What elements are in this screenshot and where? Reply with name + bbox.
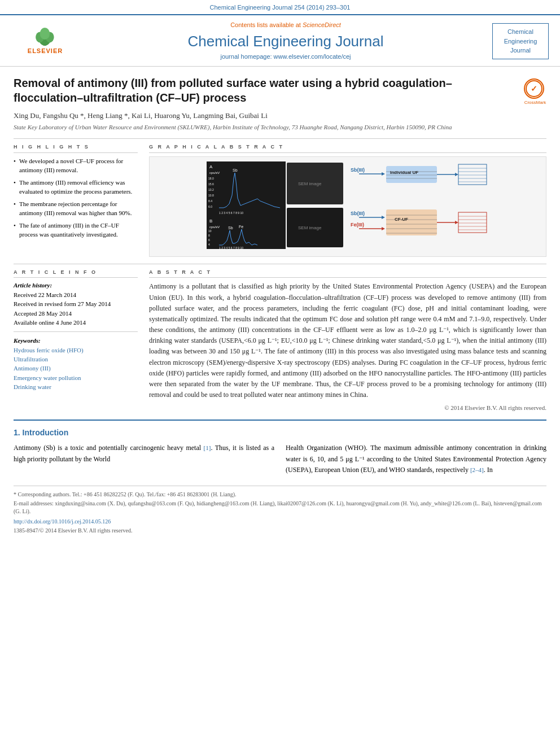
svg-text:cps/eV: cps/eV xyxy=(209,225,220,229)
highlights-list: We developed a novel CF–UF process for a… xyxy=(14,156,138,239)
svg-text:cps/eV: cps/eV xyxy=(209,171,220,174)
intro-two-col: Antimony (Sb) is a toxic and potentially… xyxy=(14,443,546,479)
footer-copyright: 1385-8947/© 2014 Elsevier B.V. All right… xyxy=(14,527,546,535)
intro-left-col: Antimony (Sb) is a toxic and potentially… xyxy=(14,443,274,479)
journal-center: Contents lists available at ScienceDirec… xyxy=(85,21,487,61)
highlights-header: H I G H L I G H T S xyxy=(14,143,138,153)
article-title: Removal of antimony (III) from polluted … xyxy=(14,76,476,105)
received-date: Received 22 March 2014 xyxy=(14,291,138,299)
divider-2 xyxy=(14,264,546,264)
svg-text:Sb(III): Sb(III) xyxy=(351,211,365,216)
svg-text:4: 4 xyxy=(208,243,210,246)
journal-logo-area: ELSEVIER xyxy=(11,27,79,55)
abstract-header: A B S T R A C T xyxy=(149,269,546,278)
svg-text:Individual UF: Individual UF xyxy=(390,170,418,175)
svg-rect-7 xyxy=(207,161,286,249)
introduction-section: 1. Introduction Antimony (Sb) is a toxic… xyxy=(14,420,546,479)
svg-text:Sb: Sb xyxy=(233,168,238,172)
ref-2-4: [2–4] xyxy=(470,466,484,473)
abstract-text: Antimony is a pollutant that is classifi… xyxy=(149,281,546,400)
keywords-label: Keywords: xyxy=(14,337,138,345)
svg-text:15.6: 15.6 xyxy=(208,182,214,186)
svg-text:Sb: Sb xyxy=(228,226,233,230)
journal-logo-right: ChemicalEngineeringJournal xyxy=(492,23,549,59)
crossmark-label: CrossMark xyxy=(524,99,546,106)
svg-rect-45 xyxy=(386,209,437,235)
svg-rect-62 xyxy=(458,212,487,233)
main-content: ✓ CrossMark Removal of antimony (III) fr… xyxy=(0,67,560,543)
svg-marker-44 xyxy=(382,227,385,230)
svg-text:A: A xyxy=(209,164,213,169)
svg-text:SEM image: SEM image xyxy=(298,181,322,186)
history-label: Article history: xyxy=(14,281,138,290)
graphical-abstract-column: G R A P H I C A L A B S T R A C T A cps/… xyxy=(149,143,546,257)
svg-text:8.4: 8.4 xyxy=(208,199,212,203)
divider-3 xyxy=(14,331,138,332)
highlights-graphical-row: H I G H L I G H T S We developed a novel… xyxy=(14,143,546,257)
sciencedirect-line: Contents lists available at ScienceDirec… xyxy=(85,21,487,29)
available-date: Available online 4 June 2014 xyxy=(14,318,138,327)
journal-citation-text: Chemical Engineering Journal 254 (2014) … xyxy=(210,4,351,11)
keywords-section: Keywords: Hydrous ferric oxide (HFO) Ult… xyxy=(14,337,138,391)
svg-text:10: 10 xyxy=(208,229,212,233)
graphical-abstract-svg: A cps/eV 18.0 15.6 13.2 10.8 8.4 6.0 Sb … xyxy=(154,161,541,252)
svg-text:10.8: 10.8 xyxy=(208,194,214,197)
authors-line: Xing Du, Fangshu Qu *, Heng Liang *, Kai… xyxy=(14,111,546,121)
keyword-1: Hydrous ferric oxide (HFO) xyxy=(14,346,138,355)
graphical-abstract-header: G R A P H I C A L A B S T R A C T xyxy=(149,143,546,153)
svg-point-4 xyxy=(40,28,50,40)
email-addresses: E-mail addresses: xingduxing@sina.com (X… xyxy=(14,500,546,516)
divider xyxy=(14,138,546,139)
elsevier-tree-icon xyxy=(31,27,59,47)
keyword-4: Emergency water pollution xyxy=(14,374,138,382)
affiliation: State Key Laboratory of Urban Water Reso… xyxy=(14,123,546,132)
doi-link: http://dx.doi.org/10.1016/j.cej.2014.05.… xyxy=(14,518,546,526)
journal-homepage: journal homepage: www.elsevier.com/locat… xyxy=(85,53,487,61)
elsevier-text: ELSEVIER xyxy=(28,47,63,55)
highlight-item-3: The membrane rejection percentage for an… xyxy=(14,199,138,218)
highlights-column: H I G H L I G H T S We developed a novel… xyxy=(14,143,138,257)
svg-marker-61 xyxy=(455,221,458,224)
svg-text:Sb(III): Sb(III) xyxy=(351,167,365,173)
svg-text:Fe(III): Fe(III) xyxy=(351,222,364,228)
svg-text:1 2 3 4 5 6 7 8 9 10: 1 2 3 4 5 6 7 8 9 10 xyxy=(219,246,243,250)
abstract-copyright: © 2014 Elsevier B.V. All rights reserved… xyxy=(149,404,546,412)
ref-1: [1] xyxy=(204,444,211,451)
graphical-abstract-image: A cps/eV 18.0 15.6 13.2 10.8 8.4 6.0 Sb … xyxy=(149,156,546,257)
svg-marker-41 xyxy=(382,216,385,219)
highlight-item-2: The antimony (III) removal efficiency wa… xyxy=(14,178,138,196)
svg-text:Fe: Fe xyxy=(239,225,243,229)
intro-left-text: Antimony (Sb) is a toxic and potentially… xyxy=(14,443,274,464)
svg-text:6.0: 6.0 xyxy=(208,205,212,208)
intro-right-text: Health Organization (WHO). The maximum a… xyxy=(286,443,546,475)
crossmark-icon: ✓ xyxy=(525,80,543,98)
svg-text:18.0: 18.0 xyxy=(208,177,214,180)
abstract-column: A B S T R A C T Antimony is a pollutant … xyxy=(149,269,546,413)
svg-text:CF-UF: CF-UF xyxy=(395,217,408,222)
journal-title: Chemical Engineering Journal xyxy=(85,31,487,51)
keyword-5: Drinking water xyxy=(14,383,138,391)
crossmark-circle: ✓ xyxy=(524,78,544,99)
svg-text:6: 6 xyxy=(208,238,210,242)
svg-text:8: 8 xyxy=(208,234,210,237)
journal-logo-text: ChemicalEngineeringJournal xyxy=(492,23,549,59)
keyword-2: Ultrafiltration xyxy=(14,355,138,364)
svg-marker-53 xyxy=(455,173,458,176)
svg-text:✓: ✓ xyxy=(531,84,537,93)
revised-date: Received in revised form 27 May 2014 xyxy=(14,300,138,308)
svg-text:13.2: 13.2 xyxy=(208,188,214,191)
article-history: Article history: Received 22 March 2014 … xyxy=(14,281,138,327)
journal-header: ELSEVIER Contents lists available at Sci… xyxy=(0,15,560,66)
svg-text:B: B xyxy=(209,219,212,224)
svg-marker-33 xyxy=(382,172,385,176)
highlight-item-1: We developed a novel CF–UF process for a… xyxy=(14,156,138,175)
svg-rect-54 xyxy=(458,164,487,185)
keyword-3: Antimony (III) xyxy=(14,364,138,373)
svg-text:1 2 3 4 5 6 7 8 9 10: 1 2 3 4 5 6 7 8 9 10 xyxy=(219,211,243,215)
accepted-date: Accepted 28 May 2014 xyxy=(14,309,138,318)
svg-text:SEM image: SEM image xyxy=(298,225,322,230)
corresponding-authors: * Corresponding authors. Tel.: +86 451 8… xyxy=(14,491,546,499)
elsevier-logo: ELSEVIER xyxy=(11,27,79,55)
intro-title: 1. Introduction xyxy=(14,427,546,439)
article-info-column: A R T I C L E I N F O Article history: R… xyxy=(14,269,138,413)
